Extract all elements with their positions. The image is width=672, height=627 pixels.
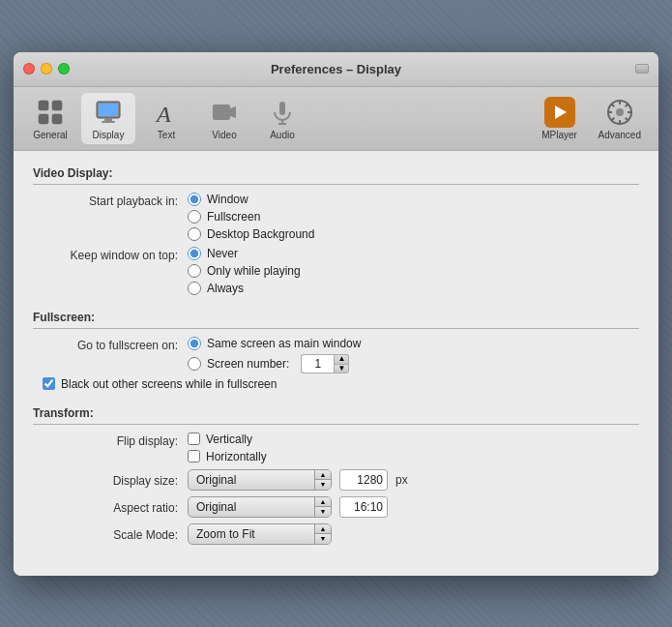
radio-screen-number[interactable] [188,357,201,371]
minimize-button[interactable] [41,63,52,75]
radio-window-label: Window [207,193,248,206]
tab-video-label: Video [212,130,236,140]
radio-fullscreen-label: Fullscreen [207,210,260,224]
svg-rect-3 [52,114,62,124]
tab-text[interactable]: A Text [139,93,193,144]
flip-vertically-checkbox[interactable] [188,433,200,445]
go-to-fullscreen-controls: Same screen as main window Screen number… [188,337,361,373]
scale-mode-select-text: Zoom to Fit [189,527,314,541]
radio-desktop-bg-label: Desktop Background [207,227,314,241]
svg-rect-6 [104,118,112,121]
display-size-down[interactable]: ▼ [315,480,331,490]
radio-window[interactable] [188,193,201,206]
blackout-label: Black out other screens while in fullscr… [61,377,277,391]
scale-mode-up[interactable]: ▲ [315,524,331,535]
radio-desktop-bg[interactable] [188,227,201,241]
aspect-ratio-value-input[interactable] [339,496,388,518]
aspect-ratio-select-text: Original [189,500,314,514]
svg-text:A: A [155,102,171,126]
radio-fullscreen-row: Fullscreen [188,210,314,224]
scale-mode-select-wrapper: Zoom to Fit ▲ ▼ [188,523,332,545]
tab-advanced[interactable]: Advanced [591,93,649,144]
transform-header: Transform: [33,406,639,425]
radio-only-while-playing[interactable] [188,264,201,278]
screen-number-up[interactable]: ▲ [334,354,349,364]
svg-rect-0 [39,101,48,110]
radio-fullscreen[interactable] [188,210,201,224]
radio-desktop-bg-row: Desktop Background [188,227,314,241]
svg-rect-11 [279,102,285,115]
radio-same-screen[interactable] [188,337,201,350]
screen-number-down[interactable]: ▼ [334,364,349,373]
svg-marker-14 [555,105,567,119]
tab-text-label: Text [158,130,175,140]
keep-window-label: Keep window on top: [33,247,188,262]
main-content: Video Display: Start playback in: Window… [14,151,658,576]
fullscreen-header: Fullscreen: [33,311,639,329]
tab-audio[interactable]: Audio [255,93,309,144]
blackout-row: Black out other screens while in fullscr… [43,377,639,391]
aspect-ratio-row: Aspect ratio: Original ▲ ▼ [33,496,639,518]
px-unit-label: px [395,473,408,487]
keep-window-controls: Never Only while playing Always [188,247,301,295]
aspect-ratio-controls: Original ▲ ▼ [188,496,388,518]
svg-rect-1 [39,114,48,124]
video-icon [209,97,240,128]
display-size-label: Display size: [33,472,188,488]
tab-video[interactable]: Video [197,93,251,144]
flip-horizontally-checkbox[interactable] [188,450,200,463]
start-playback-controls: Window Fullscreen Desktop Background [188,193,314,241]
resize-widget [635,64,649,74]
svg-line-22 [625,117,628,120]
blackout-checkbox[interactable] [43,377,55,390]
general-icon [35,97,66,128]
aspect-ratio-down[interactable]: ▼ [315,507,331,517]
tab-general[interactable]: General [23,93,77,144]
window-title: Preferences – Display [271,62,401,76]
display-size-px-input[interactable] [339,469,388,491]
tab-audio-label: Audio [270,130,295,140]
tab-mplayer-label: MPlayer [541,130,577,140]
display-size-row: Display size: Original ▲ ▼ px [33,469,639,491]
video-display-header: Video Display: [33,166,639,185]
aspect-ratio-up[interactable]: ▲ [315,497,331,508]
titlebar: Preferences – Display [14,52,658,87]
radio-same-screen-row: Same screen as main window [188,337,361,350]
radio-window-row: Window [188,193,314,206]
close-button[interactable] [23,63,35,75]
audio-icon [267,97,298,128]
flip-vertically-row: Vertically [188,433,267,446]
aspect-ratio-label: Aspect ratio: [33,499,188,515]
fullscreen-section: Fullscreen: Go to fullscreen on: Same sc… [33,311,639,391]
radio-always[interactable] [188,282,201,295]
advanced-icon [604,97,635,128]
scale-mode-stepper: ▲ ▼ [314,524,331,544]
go-to-fullscreen-row: Go to fullscreen on: Same screen as main… [33,337,639,373]
transform-section: Transform: Flip display: Vertically Hori… [33,406,639,545]
radio-same-screen-label: Same screen as main window [207,337,361,350]
radio-screen-number-row: Screen number: ▲ ▼ [188,354,361,373]
preferences-window: Preferences – Display General [14,52,658,576]
svg-rect-7 [102,121,115,123]
screen-number-stepper: ▲ ▼ [334,354,349,373]
traffic-lights [23,63,70,75]
maximize-button[interactable] [58,63,70,75]
tab-display-label: Display [93,130,125,140]
screen-number-input[interactable] [301,354,334,373]
svg-line-23 [625,104,628,106]
radio-never[interactable] [188,247,201,260]
tab-display[interactable]: Display [81,93,135,144]
start-playback-row: Start playback in: Window Fullscreen Des… [33,193,639,241]
screen-number-input-group: ▲ ▼ [301,354,349,373]
tab-general-label: General [33,130,68,140]
display-size-up[interactable]: ▲ [315,470,331,481]
text-icon: A [151,97,182,128]
tab-mplayer[interactable]: MPlayer [533,93,587,144]
scale-mode-down[interactable]: ▼ [315,534,331,544]
radio-always-row: Always [188,282,301,295]
aspect-ratio-select-wrapper: Original ▲ ▼ [188,496,332,518]
flip-vertically-label: Vertically [206,433,252,446]
flip-horizontally-row: Horizontally [188,450,267,463]
radio-only-while-playing-row: Only while playing [188,264,301,278]
display-size-stepper: ▲ ▼ [314,470,331,490]
